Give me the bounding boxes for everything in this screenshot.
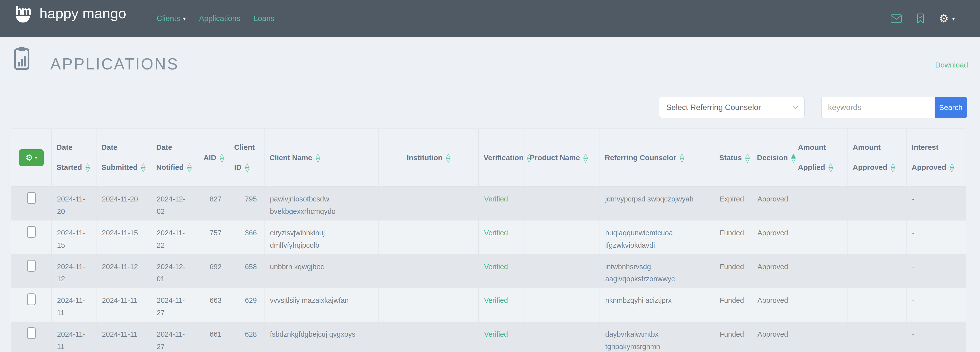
col-header-aid[interactable]: AID△▽	[198, 129, 229, 187]
col-header-client-id[interactable]: ClientID△▽	[229, 129, 264, 187]
cell-client-id: 629	[229, 288, 264, 322]
cell-verification: Verified	[479, 288, 525, 322]
col-header-date-started[interactable]: DateStarted△▽	[52, 129, 97, 187]
nav-item-applications[interactable]: Applications	[199, 14, 240, 23]
clipboard-chart-icon	[14, 46, 30, 71]
cell-date-submitted: 2024-11-20	[97, 187, 151, 221]
col-label: ID	[234, 163, 242, 171]
col-label: Date	[57, 143, 73, 152]
page-title: APPLICATIONS	[50, 55, 179, 73]
table-row: 2024-11-152024-11-152024-11-22757366eiry…	[11, 220, 966, 254]
cell-date-notified: 2024-11-27	[151, 288, 198, 322]
search-button[interactable]: Search	[935, 97, 967, 118]
sort-icon: △▽	[583, 153, 588, 163]
col-label: Product Name	[530, 154, 580, 162]
chevron-down-icon: ▾	[952, 16, 955, 22]
cell-checkbox	[11, 254, 52, 288]
cell-interest-approved: -	[907, 187, 966, 221]
cell-status: Funded	[714, 288, 752, 322]
col-header-status[interactable]: Status△▽	[714, 129, 752, 187]
col-header-date-submitted[interactable]: DateSubmitted△▽	[97, 129, 151, 187]
row-checkbox[interactable]	[27, 260, 36, 272]
table-row: 2024-11-112024-11-112024-11-27663629vvvs…	[11, 288, 966, 322]
cell-checkbox	[11, 288, 52, 322]
settings-menu[interactable]: ⚙ ▾	[939, 13, 955, 24]
col-header-interest-approved[interactable]: InterestApproved△▽	[907, 129, 966, 187]
row-checkbox[interactable]	[27, 293, 36, 305]
col-label: Date	[156, 143, 172, 152]
cell-date-submitted: 2024-11-12	[97, 254, 151, 288]
referring-counselor-select[interactable]: Select Referring Counselor	[659, 97, 805, 118]
table-row: 2024-11-202024-11-202024-12-02827795pawi…	[11, 187, 966, 221]
cell-status: Funded	[714, 322, 752, 352]
cell-status: Funded	[714, 254, 752, 288]
sort-icon: △▽	[315, 153, 320, 163]
col-label: Approved	[853, 163, 887, 171]
cell-client-id: 795	[229, 187, 264, 221]
cell-institution	[379, 220, 479, 254]
col-label: Status	[719, 154, 742, 162]
cell-aid: 692	[198, 254, 229, 288]
col-header-decision[interactable]: Decision▲▽	[752, 129, 793, 187]
cell-referring-counselor: nknmbzqyhi aciztjprx	[600, 288, 714, 322]
table-row: 2024-11-122024-11-122024-12-01692658unbb…	[11, 254, 966, 288]
cell-client-name: pawivjniosotbcsdw bvekbgexxrhcmqydo	[264, 187, 379, 221]
keywords-input[interactable]	[821, 97, 935, 118]
col-header-amount-applied[interactable]: AmountApplied△▽	[793, 129, 848, 187]
cell-product-name	[525, 288, 600, 322]
chevron-down-icon	[792, 106, 798, 109]
col-header-amount-approved[interactable]: AmountApproved△▽	[848, 129, 907, 187]
table-settings-button[interactable]: ⚙▾	[19, 149, 44, 166]
sort-icon: ▲▽	[791, 153, 796, 163]
cell-date-started: 2024-11-20	[52, 187, 97, 221]
cell-decision: Approved	[752, 187, 793, 221]
cell-verification: Verified	[479, 187, 525, 221]
cell-amount-applied	[793, 220, 848, 254]
col-label: Amount	[853, 143, 881, 152]
cell-verification: Verified	[479, 322, 525, 352]
col-header-client-name[interactable]: Client Name△▽	[264, 129, 379, 187]
cell-client-name: vvvsjtlsiiy mazaixkajwfan	[264, 288, 379, 322]
sort-icon: △▽	[187, 162, 192, 172]
nav-item-loans[interactable]: Loans	[254, 14, 274, 23]
cell-institution	[379, 288, 479, 322]
row-checkbox[interactable]	[27, 192, 36, 204]
sort-icon: △▽	[745, 153, 750, 163]
cell-amount-approved	[848, 220, 907, 254]
cell-aid: 757	[198, 220, 229, 254]
col-header-product-name[interactable]: Product Name△▽	[525, 129, 600, 187]
cell-aid: 661	[198, 322, 229, 352]
col-header-referring-counselor[interactable]: Referring Counselor△▽	[600, 129, 714, 187]
col-header-institution[interactable]: Institution△▽	[379, 129, 479, 187]
cell-date-started: 2024-11-12	[52, 254, 97, 288]
cell-date-submitted: 2024-11-11	[97, 288, 151, 322]
row-checkbox[interactable]	[27, 327, 36, 339]
cell-date-notified: 2024-12-02	[151, 187, 198, 221]
sort-icon: △▽	[446, 153, 450, 163]
cell-interest-approved: -	[907, 322, 966, 352]
row-checkbox[interactable]	[27, 226, 36, 238]
cell-institution	[379, 322, 479, 352]
mail-icon[interactable]	[891, 14, 902, 23]
nav-item-clients[interactable]: Clients ▾	[157, 14, 186, 23]
col-label: Verification	[484, 154, 523, 162]
cell-decision: Approved	[752, 220, 793, 254]
cell-referring-counselor: jdmvypcrpsd swbqczpjwyah	[600, 187, 714, 221]
cell-aid: 827	[198, 187, 229, 221]
app-logo[interactable]: hm happy mango	[14, 6, 126, 22]
sort-icon: △▽	[680, 153, 684, 163]
cell-client-id: 628	[229, 322, 264, 352]
col-label: Started	[57, 163, 82, 171]
download-link[interactable]: Download	[935, 61, 968, 69]
col-label: Decision	[757, 154, 788, 162]
cell-aid: 663	[198, 288, 229, 322]
col-label: Amount	[798, 143, 826, 152]
bookmark-check-icon[interactable]	[916, 13, 925, 24]
cell-amount-approved	[848, 322, 907, 352]
table-row: 2024-11-112024-11-112024-11-27661628fsbd…	[11, 322, 966, 352]
col-label: Referring Counselor	[605, 154, 676, 162]
col-header-date-notified[interactable]: DateNotified△▽	[151, 129, 198, 187]
cell-date-started: 2024-11-11	[52, 288, 97, 322]
col-header-verification[interactable]: Verification△▽	[479, 129, 525, 187]
cell-decision: Approved	[752, 254, 793, 288]
